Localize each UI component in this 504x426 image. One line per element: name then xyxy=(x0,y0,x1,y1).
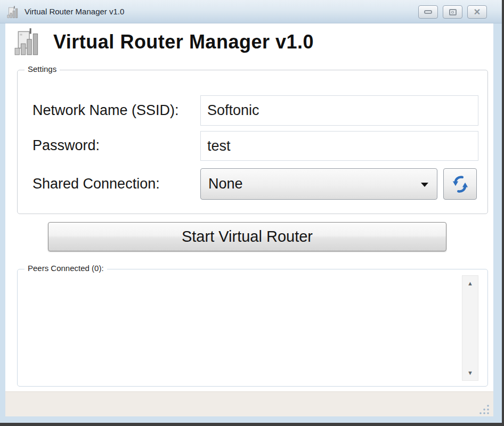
settings-group-label: Settings xyxy=(25,64,60,73)
peers-list[interactable]: ▲ ▼ xyxy=(19,274,486,385)
minimize-button[interactable] xyxy=(418,5,438,19)
shared-connection-label: Shared Connection: xyxy=(32,168,160,199)
app-icon xyxy=(6,6,20,19)
start-virtual-router-button[interactable]: Start Virtual Router xyxy=(48,222,446,251)
maximize-button[interactable] xyxy=(443,5,462,19)
page-title: Virtual Router Manager v1.0 xyxy=(53,31,314,53)
ssid-input[interactable] xyxy=(200,95,478,126)
peers-scrollbar[interactable]: ▲ ▼ xyxy=(462,275,478,381)
close-icon: ✕ xyxy=(474,8,481,17)
refresh-connections-button[interactable] xyxy=(443,168,477,200)
settings-groupbox: Settings Network Name (SSID): Password: … xyxy=(17,70,488,214)
footer-strip xyxy=(5,391,493,416)
scroll-down-icon[interactable]: ▼ xyxy=(462,367,478,378)
refresh-icon xyxy=(451,175,470,194)
close-button[interactable]: ✕ xyxy=(467,5,487,19)
password-label: Password: xyxy=(32,131,100,160)
window-controls: ✕ xyxy=(418,5,487,19)
scroll-up-icon[interactable]: ▲ xyxy=(462,278,478,289)
screen-background: Virtual Router Manager v1.0 ✕ xyxy=(0,0,504,426)
resize-grip-icon[interactable] xyxy=(478,404,490,414)
minimize-icon xyxy=(424,10,432,14)
chevron-down-icon xyxy=(421,183,428,187)
app-window: Virtual Router Manager v1.0 ✕ xyxy=(0,0,502,423)
app-logo-icon xyxy=(13,28,44,56)
peers-group-label: Peers Connected (0): xyxy=(25,264,107,273)
window-title: Virtual Router Manager v1.0 xyxy=(25,0,124,23)
shared-connection-selected-value: None xyxy=(208,176,243,192)
peers-groupbox: Peers Connected (0): ▲ ▼ xyxy=(17,269,488,387)
password-input[interactable] xyxy=(200,131,478,161)
ssid-label: Network Name (SSID): xyxy=(32,95,179,125)
shared-connection-dropdown[interactable]: None xyxy=(200,168,437,200)
app-header: Virtual Router Manager v1.0 xyxy=(13,26,314,59)
titlebar[interactable]: Virtual Router Manager v1.0 ✕ xyxy=(0,0,502,23)
maximize-icon xyxy=(449,9,457,15)
client-area: Virtual Router Manager v1.0 Settings Net… xyxy=(5,23,493,416)
